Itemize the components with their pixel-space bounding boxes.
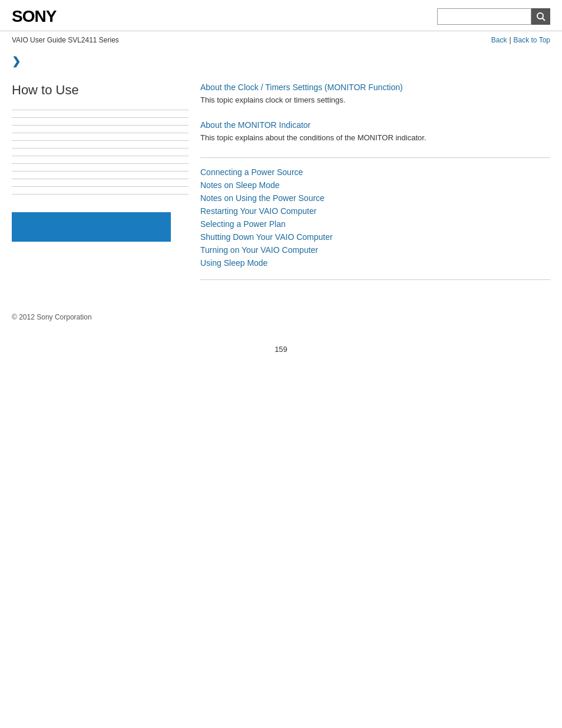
content-divider-2 <box>200 279 550 280</box>
guide-title: VAIO User Guide SVL2411 Series <box>12 36 119 44</box>
page-number: 159 <box>0 333 562 365</box>
monitor-indicator-description: This topic explains about the conditions… <box>200 132 550 144</box>
link-using-sleep-mode[interactable]: Using Sleep Mode <box>200 258 550 268</box>
back-link[interactable]: Back <box>491 36 507 44</box>
link-restarting-vaio[interactable]: Restarting Your VAIO Computer <box>200 206 550 216</box>
link-connecting-power[interactable]: Connecting a Power Source <box>200 167 550 177</box>
clock-timers-link[interactable]: About the Clock / Timers Settings (MONIT… <box>200 83 550 92</box>
sidebar-divider-2 <box>12 117 189 118</box>
chevron-row: ❯ <box>0 49 562 71</box>
footer: © 2012 Sony Corporation <box>0 301 562 333</box>
monitor-indicator-link[interactable]: About the MONITOR Indicator <box>200 120 550 130</box>
link-selecting-power-plan[interactable]: Selecting a Power Plan <box>200 219 550 229</box>
sidebar-divider-4 <box>12 133 189 133</box>
svg-point-0 <box>537 13 543 19</box>
sidebar-divider-8 <box>12 163 189 164</box>
back-to-top-link[interactable]: Back to Top <box>514 36 550 44</box>
content-area: About the Clock / Timers Settings (MONIT… <box>200 77 550 289</box>
sidebar-divider-5 <box>12 140 189 141</box>
link-notes-power-source[interactable]: Notes on Using the Power Source <box>200 193 550 203</box>
clock-timers-description: This topic explains clock or timers sett… <box>200 94 550 106</box>
power-links-list: Connecting a Power Source Notes on Sleep… <box>200 167 550 270</box>
link-shutting-down[interactable]: Shutting Down Your VAIO Computer <box>200 232 550 242</box>
sidebar: How to Use <box>12 77 200 289</box>
link-notes-sleep-mode[interactable]: Notes on Sleep Mode <box>200 180 550 190</box>
sidebar-divider-10 <box>12 179 189 179</box>
section-monitor-indicator: About the MONITOR Indicator This topic e… <box>200 120 550 144</box>
nav-separator: | <box>509 36 511 44</box>
main-container: How to Use About the Clock / Timers Sett… <box>0 71 562 301</box>
sidebar-divider-12 <box>12 194 189 195</box>
sidebar-divider-7 <box>12 156 189 156</box>
header: SONY <box>0 0 562 31</box>
search-input[interactable] <box>437 8 531 25</box>
sony-logo: SONY <box>12 7 56 26</box>
search-container <box>437 8 550 25</box>
sidebar-blue-box <box>12 212 171 242</box>
sidebar-divider-3 <box>12 125 189 126</box>
svg-line-1 <box>543 18 545 21</box>
sidebar-divider-9 <box>12 171 189 172</box>
nav-bar: VAIO User Guide SVL2411 Series Back | Ba… <box>0 31 562 49</box>
sidebar-divider-1 <box>12 110 189 110</box>
content-divider-1 <box>200 157 550 158</box>
link-turning-on[interactable]: Turning on Your VAIO Computer <box>200 245 550 255</box>
sidebar-divider-6 <box>12 148 189 149</box>
copyright-text: © 2012 Sony Corporation <box>12 313 92 321</box>
section-clock-timers: About the Clock / Timers Settings (MONIT… <box>200 83 550 106</box>
search-icon <box>536 12 546 21</box>
sidebar-divider-11 <box>12 186 189 187</box>
sidebar-title: How to Use <box>12 83 189 98</box>
nav-right: Back | Back to Top <box>491 36 550 44</box>
search-button[interactable] <box>531 8 550 25</box>
chevron-icon: ❯ <box>12 55 21 67</box>
